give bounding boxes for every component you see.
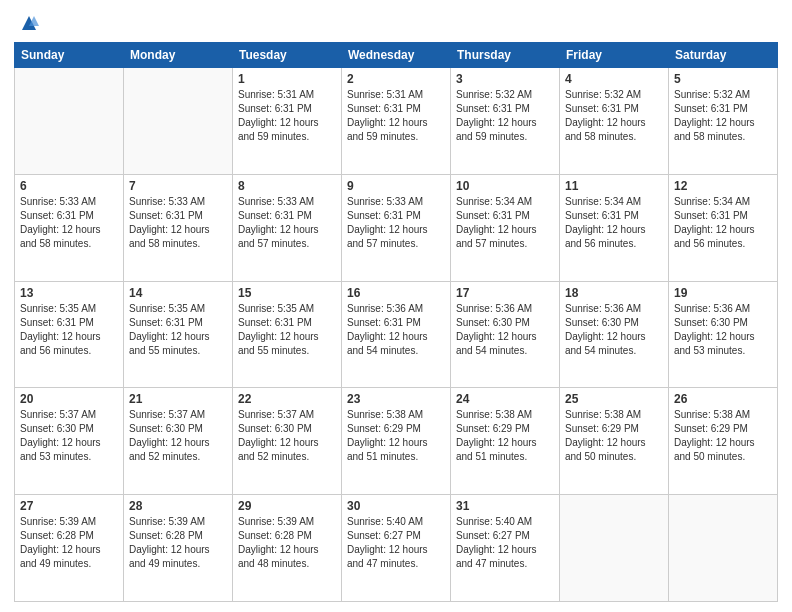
day-info-line: Sunrise: 5:35 AM	[129, 302, 227, 316]
day-number: 14	[129, 286, 227, 300]
day-info-line: and 58 minutes.	[565, 130, 663, 144]
day-cell: 30Sunrise: 5:40 AMSunset: 6:27 PMDayligh…	[342, 495, 451, 602]
day-number: 20	[20, 392, 118, 406]
day-info-line: Sunset: 6:29 PM	[674, 422, 772, 436]
day-cell: 21Sunrise: 5:37 AMSunset: 6:30 PMDayligh…	[124, 388, 233, 495]
day-cell: 4Sunrise: 5:32 AMSunset: 6:31 PMDaylight…	[560, 68, 669, 175]
day-info-line: Sunrise: 5:33 AM	[347, 195, 445, 209]
day-info-line: Sunset: 6:31 PM	[129, 209, 227, 223]
day-info-line: Daylight: 12 hours	[674, 436, 772, 450]
day-info-line: Sunrise: 5:36 AM	[456, 302, 554, 316]
day-info-line: Sunrise: 5:40 AM	[347, 515, 445, 529]
calendar: SundayMondayTuesdayWednesdayThursdayFrid…	[14, 42, 778, 602]
day-cell: 31Sunrise: 5:40 AMSunset: 6:27 PMDayligh…	[451, 495, 560, 602]
day-number: 29	[238, 499, 336, 513]
day-cell: 22Sunrise: 5:37 AMSunset: 6:30 PMDayligh…	[233, 388, 342, 495]
day-info-line: and 47 minutes.	[347, 557, 445, 571]
day-info-line: and 59 minutes.	[347, 130, 445, 144]
day-cell	[669, 495, 778, 602]
day-info-line: Sunset: 6:31 PM	[129, 316, 227, 330]
day-number: 21	[129, 392, 227, 406]
day-info-line: Sunset: 6:31 PM	[20, 316, 118, 330]
header	[14, 10, 778, 34]
day-info-line: Daylight: 12 hours	[347, 116, 445, 130]
day-info-line: and 52 minutes.	[129, 450, 227, 464]
day-cell: 17Sunrise: 5:36 AMSunset: 6:30 PMDayligh…	[451, 281, 560, 388]
day-info-line: Daylight: 12 hours	[674, 223, 772, 237]
day-info-line: Sunset: 6:31 PM	[456, 209, 554, 223]
day-info-line: Sunset: 6:30 PM	[565, 316, 663, 330]
weekday-header-tuesday: Tuesday	[233, 43, 342, 68]
weekday-header-wednesday: Wednesday	[342, 43, 451, 68]
day-info-line: Sunrise: 5:36 AM	[347, 302, 445, 316]
day-number: 2	[347, 72, 445, 86]
day-info-line: and 53 minutes.	[20, 450, 118, 464]
day-info-line: and 59 minutes.	[456, 130, 554, 144]
day-cell: 10Sunrise: 5:34 AMSunset: 6:31 PMDayligh…	[451, 174, 560, 281]
day-info-line: Daylight: 12 hours	[456, 116, 554, 130]
day-info-line: and 57 minutes.	[238, 237, 336, 251]
day-info-line: Sunset: 6:30 PM	[238, 422, 336, 436]
day-number: 12	[674, 179, 772, 193]
day-info-line: Daylight: 12 hours	[20, 436, 118, 450]
weekday-header-sunday: Sunday	[15, 43, 124, 68]
day-info-line: Daylight: 12 hours	[238, 330, 336, 344]
day-info-line: and 55 minutes.	[238, 344, 336, 358]
day-info-line: and 56 minutes.	[20, 344, 118, 358]
day-info-line: Daylight: 12 hours	[674, 116, 772, 130]
day-info-line: and 57 minutes.	[456, 237, 554, 251]
day-cell: 3Sunrise: 5:32 AMSunset: 6:31 PMDaylight…	[451, 68, 560, 175]
day-cell: 15Sunrise: 5:35 AMSunset: 6:31 PMDayligh…	[233, 281, 342, 388]
day-info-line: Sunrise: 5:37 AM	[20, 408, 118, 422]
week-row-4: 20Sunrise: 5:37 AMSunset: 6:30 PMDayligh…	[15, 388, 778, 495]
day-info-line: Sunrise: 5:31 AM	[238, 88, 336, 102]
day-info-line: Sunrise: 5:36 AM	[565, 302, 663, 316]
week-row-3: 13Sunrise: 5:35 AMSunset: 6:31 PMDayligh…	[15, 281, 778, 388]
day-info-line: Daylight: 12 hours	[347, 223, 445, 237]
day-number: 9	[347, 179, 445, 193]
day-info-line: Sunset: 6:31 PM	[238, 316, 336, 330]
weekday-header-row: SundayMondayTuesdayWednesdayThursdayFrid…	[15, 43, 778, 68]
day-number: 26	[674, 392, 772, 406]
day-info-line: Sunset: 6:31 PM	[20, 209, 118, 223]
day-info-line: and 50 minutes.	[674, 450, 772, 464]
day-info-line: Sunset: 6:30 PM	[456, 316, 554, 330]
logo	[14, 10, 40, 34]
day-info-line: Sunrise: 5:38 AM	[565, 408, 663, 422]
day-info-line: Sunrise: 5:38 AM	[347, 408, 445, 422]
day-number: 23	[347, 392, 445, 406]
day-info-line: Daylight: 12 hours	[129, 543, 227, 557]
day-number: 22	[238, 392, 336, 406]
day-info-line: Sunrise: 5:33 AM	[238, 195, 336, 209]
day-info-line: Sunrise: 5:36 AM	[674, 302, 772, 316]
day-info-line: Sunset: 6:29 PM	[347, 422, 445, 436]
day-info-line: and 54 minutes.	[565, 344, 663, 358]
day-info-line: Sunset: 6:31 PM	[347, 209, 445, 223]
day-info-line: Daylight: 12 hours	[238, 116, 336, 130]
week-row-5: 27Sunrise: 5:39 AMSunset: 6:28 PMDayligh…	[15, 495, 778, 602]
day-info-line: Sunset: 6:28 PM	[129, 529, 227, 543]
day-info-line: and 53 minutes.	[674, 344, 772, 358]
day-number: 17	[456, 286, 554, 300]
weekday-header-monday: Monday	[124, 43, 233, 68]
day-info-line: Daylight: 12 hours	[238, 223, 336, 237]
day-cell: 14Sunrise: 5:35 AMSunset: 6:31 PMDayligh…	[124, 281, 233, 388]
day-info-line: Daylight: 12 hours	[20, 543, 118, 557]
day-info-line: and 56 minutes.	[674, 237, 772, 251]
day-info-line: Daylight: 12 hours	[238, 436, 336, 450]
day-info-line: Sunrise: 5:32 AM	[456, 88, 554, 102]
day-cell: 2Sunrise: 5:31 AMSunset: 6:31 PMDaylight…	[342, 68, 451, 175]
day-info-line: Sunset: 6:31 PM	[674, 102, 772, 116]
day-info-line: and 56 minutes.	[565, 237, 663, 251]
day-info-line: Sunset: 6:30 PM	[129, 422, 227, 436]
day-info-line: Daylight: 12 hours	[20, 223, 118, 237]
day-info-line: Sunrise: 5:39 AM	[129, 515, 227, 529]
weekday-header-saturday: Saturday	[669, 43, 778, 68]
day-info-line: Sunrise: 5:37 AM	[129, 408, 227, 422]
day-cell: 20Sunrise: 5:37 AMSunset: 6:30 PMDayligh…	[15, 388, 124, 495]
day-info-line: Daylight: 12 hours	[347, 330, 445, 344]
day-info-line: Sunset: 6:31 PM	[347, 102, 445, 116]
day-cell: 9Sunrise: 5:33 AMSunset: 6:31 PMDaylight…	[342, 174, 451, 281]
day-info-line: Sunset: 6:28 PM	[20, 529, 118, 543]
logo-icon	[18, 12, 40, 34]
